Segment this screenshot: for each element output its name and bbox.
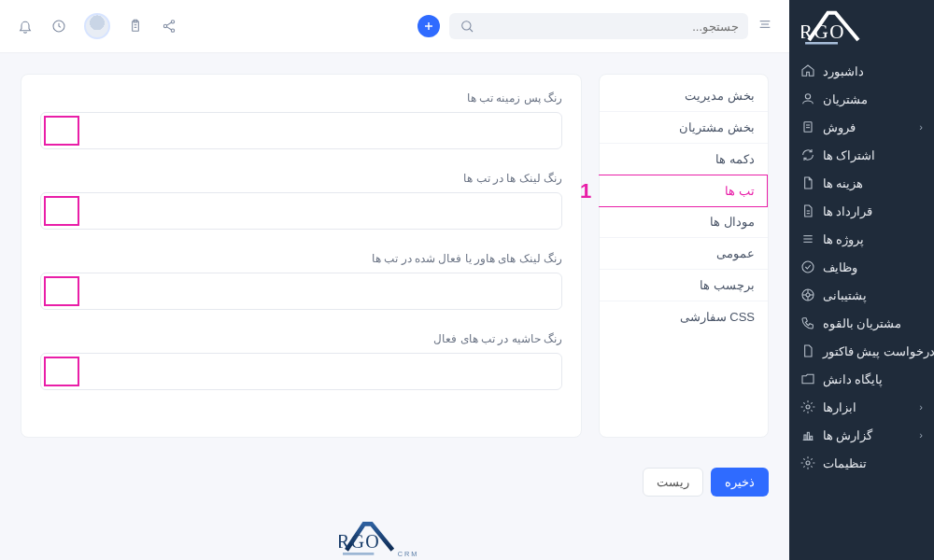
sidebar-item-10[interactable]: درخواست پیش فاکتور <box>789 337 934 365</box>
support-icon <box>800 287 815 302</box>
sidebar-item-11[interactable]: پایگاه دانش <box>789 365 934 393</box>
filealt-icon <box>800 203 815 218</box>
color-swatch[interactable] <box>44 116 79 146</box>
search-box[interactable] <box>449 13 748 39</box>
color-field-1: رنگ لینک ها در تب ها <box>40 172 562 230</box>
sidepanel-item-6[interactable]: برچسب ها <box>600 270 768 301</box>
settings-sidepanel: بخش مدیریتبخش مشتریاندکمه هاتب ها1مودال … <box>599 74 769 438</box>
bell-icon[interactable] <box>17 18 34 35</box>
color-swatch[interactable] <box>44 357 79 386</box>
field-label: رنگ حاشیه در تب های فعال <box>40 332 562 345</box>
svg-text:CRM: CRM <box>397 550 418 558</box>
color-text-input[interactable] <box>82 357 561 386</box>
reset-button[interactable]: ریست <box>643 468 703 497</box>
file-icon <box>800 175 815 190</box>
svg-rect-20 <box>807 432 809 440</box>
field-label: رنگ لینک ها در تب ها <box>40 172 562 185</box>
sidebar-item-label: گزارش ها <box>823 428 872 442</box>
sidebar-item-3[interactable]: اشتراک ها <box>789 141 934 169</box>
bars-icon <box>800 231 815 246</box>
topbar <box>0 0 789 53</box>
gear-icon <box>800 455 815 470</box>
home-icon <box>800 63 815 78</box>
sidebar-item-5[interactable]: قرارداد ها <box>789 197 934 225</box>
sidepanel-item-3[interactable]: تب ها1 <box>599 175 768 207</box>
refresh-icon <box>800 147 815 162</box>
color-swatch[interactable] <box>44 196 79 226</box>
sidebar-item-label: ابزارها <box>823 400 856 414</box>
sidepanel-item-0[interactable]: بخش مدیریت <box>600 80 768 112</box>
sidebar-item-6[interactable]: پروژه ها <box>789 225 934 253</box>
svg-point-10 <box>802 261 814 273</box>
sidebar-item-label: اشتراک ها <box>823 148 875 162</box>
sidepanel-item-5[interactable]: عمومی <box>600 238 768 270</box>
clock-icon[interactable] <box>50 18 67 35</box>
sidebar-item-13[interactable]: ‹گزارش ها <box>789 421 934 449</box>
clipboard-icon[interactable] <box>127 18 144 35</box>
field-input-wrap <box>40 353 562 390</box>
svg-rect-21 <box>811 436 813 440</box>
sidebar-item-label: درخواست پیش فاکتور <box>823 344 934 358</box>
avatar[interactable] <box>84 13 110 39</box>
color-text-input[interactable] <box>82 117 561 146</box>
menu-toggle-icon[interactable] <box>757 17 772 35</box>
field-input-wrap <box>40 112 562 149</box>
doc-icon <box>800 119 815 134</box>
color-text-input[interactable] <box>82 197 561 226</box>
svg-point-12 <box>806 293 810 297</box>
chevron-left-icon: ‹ <box>919 401 923 413</box>
svg-point-1 <box>805 94 810 99</box>
sidebar-item-label: تنظیمات <box>823 456 867 470</box>
sidebar-item-1[interactable]: مشتریان <box>789 85 934 113</box>
field-input-wrap <box>40 273 562 310</box>
svg-point-26 <box>462 21 471 30</box>
sidebar-item-4[interactable]: هزینه ها <box>789 169 934 197</box>
sidebar-item-12[interactable]: ‹ابزارها <box>789 393 934 421</box>
search-icon <box>459 18 475 35</box>
sidebar-item-label: مشتریان <box>823 92 868 106</box>
phone-icon <box>800 315 815 330</box>
form-card: رنگ پس زمینه تب هارنگ لینک ها در تب هارن… <box>21 74 582 438</box>
sidebar-item-9[interactable]: مشتریان بالقوه <box>789 309 934 337</box>
sidepanel-item-2[interactable]: دکمه ها <box>600 144 768 175</box>
sidebar-item-label: وظایف <box>823 260 857 274</box>
folder-icon <box>800 371 815 386</box>
active-indicator-icon: 1 <box>580 179 591 203</box>
sidebar-item-0[interactable]: داشبورد <box>789 57 934 85</box>
field-label: رنگ لینک های هاور یا فعال شده در تب ها <box>40 252 562 265</box>
svg-point-22 <box>806 461 810 465</box>
color-field-3: رنگ حاشیه در تب های فعال <box>40 332 562 390</box>
svg-text:RGO: RGO <box>801 21 845 43</box>
gear-icon <box>800 399 815 414</box>
color-swatch[interactable] <box>44 276 79 306</box>
sidebar-item-2[interactable]: ‹فروش <box>789 113 934 141</box>
svg-rect-2 <box>804 122 812 133</box>
color-text-input[interactable] <box>82 277 561 306</box>
save-button[interactable]: ذخیره <box>711 468 769 497</box>
add-button[interactable] <box>417 15 440 37</box>
chart-icon <box>800 427 815 442</box>
share-icon[interactable] <box>161 18 177 35</box>
sidebar-item-label: هزینه ها <box>823 176 863 190</box>
sidepanel-item-4[interactable]: مودال ها <box>600 206 768 238</box>
sidebar-item-label: پشتیبانی <box>823 288 867 302</box>
content-row: بخش مدیریتبخش مشتریاندکمه هاتب ها1مودال … <box>0 53 789 458</box>
main-area: بخش مدیریتبخش مشتریاندکمه هاتب ها1مودال … <box>0 0 789 560</box>
sidebar-item-7[interactable]: وظایف <box>789 253 934 281</box>
form-actions: ذخیره ریست <box>0 458 789 506</box>
user-icon <box>800 91 815 106</box>
sidepanel-item-1[interactable]: بخش مشتریان <box>600 112 768 144</box>
svg-line-34 <box>166 27 171 30</box>
sidebar-nav: داشبوردمشتریان‹فروشاشتراک هاهزینه هاقرار… <box>789 57 934 560</box>
brand-logo: RGO <box>789 0 934 57</box>
color-field-0: رنگ پس زمینه تب ها <box>40 91 562 149</box>
sidepanel-item-7[interactable]: CSS سفارشی <box>600 301 768 332</box>
svg-rect-19 <box>804 435 806 440</box>
sidebar-item-8[interactable]: پشتیبانی <box>789 281 934 309</box>
color-field-2: رنگ لینک های هاور یا فعال شده در تب ها <box>40 252 562 310</box>
sidebar-item-label: پروژه ها <box>823 232 864 246</box>
sidebar-item-14[interactable]: تنظیمات <box>789 449 934 477</box>
search-input[interactable] <box>483 20 739 34</box>
main-sidebar: RGO داشبوردمشتریان‹فروشاشتراک هاهزینه ها… <box>789 0 934 560</box>
svg-point-17 <box>806 405 810 409</box>
